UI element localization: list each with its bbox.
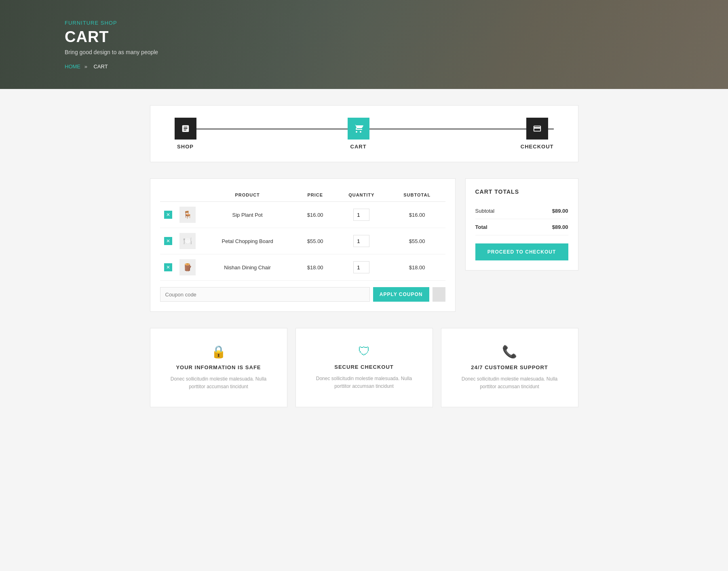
col-remove (160, 188, 176, 202)
hero-shop-name: FURNITURE SHOP (65, 20, 663, 26)
product-quantity[interactable] (334, 254, 389, 281)
product-thumbnail: 🪵 (179, 259, 196, 275)
remove-item-button[interactable]: ✕ (164, 211, 172, 219)
coupon-row: APPLY COUPON (160, 287, 445, 302)
update-cart-button[interactable] (433, 287, 445, 302)
apply-coupon-button[interactable]: APPLY COUPON (373, 287, 429, 302)
support-title: 24/7 CUSTOMER SUPPORT (454, 364, 566, 370)
cart-totals-title: CART TOTALS (475, 188, 568, 195)
table-row: ✕ 🍽️ Petal Chopping Board $55.00 $55.00 (160, 228, 445, 254)
remove-item-button[interactable]: ✕ (164, 237, 172, 245)
product-price: $16.00 (296, 202, 334, 228)
checkout-icon: 🛡 (308, 345, 420, 358)
total-value: $89.00 (552, 224, 568, 230)
support-text: Donec sollicitudin molestie malesuada. N… (454, 375, 566, 391)
col-image (176, 188, 199, 202)
product-thumbnail: 🪑 (179, 207, 196, 223)
info-section: 🔒 YOUR INFORMATION IS SAFE Donec sollici… (142, 328, 587, 407)
subtotal-label: Subtotal (475, 208, 495, 214)
hero-subtitle: Bring good design to as many people (65, 49, 663, 55)
step-shop[interactable]: SHOP (175, 118, 196, 150)
coupon-input[interactable] (160, 287, 370, 302)
info-card-checkout: 🛡 SECURE CHECKOUT Donec sollicitudin mol… (295, 328, 433, 407)
breadcrumb: HOME » CART (65, 63, 663, 70)
hero-title: CART (65, 28, 663, 46)
product-subtotal: $16.00 (389, 202, 445, 228)
safe-icon: 🔒 (162, 345, 275, 359)
checkout-text: Donec sollicitudin molestie malesuada. N… (308, 375, 420, 390)
steps-container: SHOP CART CHECKOUT (175, 118, 554, 150)
col-quantity: QUANTITY (334, 188, 389, 202)
product-price: $55.00 (296, 228, 334, 254)
product-name: Nishan Dining Chair (199, 254, 296, 281)
product-name: Petal Chopping Board (199, 228, 296, 254)
breadcrumb-current: CART (93, 63, 108, 70)
product-thumbnail: 🍽️ (179, 233, 196, 249)
step-cart-label: CART (350, 144, 367, 150)
step-cart-icon (348, 118, 369, 140)
step-checkout-label: CHECKOUT (521, 144, 554, 150)
product-quantity[interactable] (334, 228, 389, 254)
product-subtotal: $55.00 (389, 228, 445, 254)
steps-section: SHOP CART CHECKOUT (150, 105, 578, 162)
subtotal-row: Subtotal $89.00 (475, 203, 568, 219)
step-cart[interactable]: CART (348, 118, 369, 150)
total-label: Total (475, 224, 487, 230)
checkout-title: SECURE CHECKOUT (308, 364, 420, 370)
info-card-safe: 🔒 YOUR INFORMATION IS SAFE Donec sollici… (150, 328, 287, 407)
breadcrumb-separator: » (84, 63, 87, 70)
product-quantity[interactable] (334, 202, 389, 228)
col-subtotal: SUBTOTAL (389, 188, 445, 202)
safe-title: YOUR INFORMATION IS SAFE (162, 364, 275, 370)
product-name: Sip Plant Pot (199, 202, 296, 228)
total-row: Total $89.00 (475, 219, 568, 235)
info-card-support: 📞 24/7 CUSTOMER SUPPORT Donec sollicitud… (441, 328, 578, 407)
cart-totals-wrapper: CART TOTALS Subtotal $89.00 Total $89.00… (465, 178, 578, 271)
hero-section: FURNITURE SHOP CART Bring good design to… (0, 0, 728, 89)
step-shop-icon (175, 118, 196, 140)
step-shop-label: SHOP (177, 144, 194, 150)
support-icon: 📞 (454, 345, 566, 359)
table-row: ✕ 🪑 Sip Plant Pot $16.00 $16.00 (160, 202, 445, 228)
product-subtotal: $18.00 (389, 254, 445, 281)
step-checkout[interactable]: CHECKOUT (521, 118, 554, 150)
col-product: PRODUCT (199, 188, 296, 202)
product-price: $18.00 (296, 254, 334, 281)
table-row: ✕ 🪵 Nishan Dining Chair $18.00 $18.00 (160, 254, 445, 281)
subtotal-value: $89.00 (552, 208, 568, 214)
step-checkout-icon (526, 118, 548, 140)
safe-text: Donec sollicitudin molestie malesuada. N… (162, 375, 275, 391)
proceed-checkout-button[interactable]: PROCEED TO CHECKOUT (475, 243, 568, 260)
cart-table-wrapper: PRODUCT PRICE QUANTITY SUBTOTAL ✕ 🪑 Sip … (150, 178, 456, 312)
remove-item-button[interactable]: ✕ (164, 263, 172, 271)
cart-table: PRODUCT PRICE QUANTITY SUBTOTAL ✕ 🪑 Sip … (160, 188, 445, 281)
cart-section: PRODUCT PRICE QUANTITY SUBTOTAL ✕ 🪑 Sip … (142, 178, 587, 312)
breadcrumb-home[interactable]: HOME (65, 63, 80, 70)
col-price: PRICE (296, 188, 334, 202)
